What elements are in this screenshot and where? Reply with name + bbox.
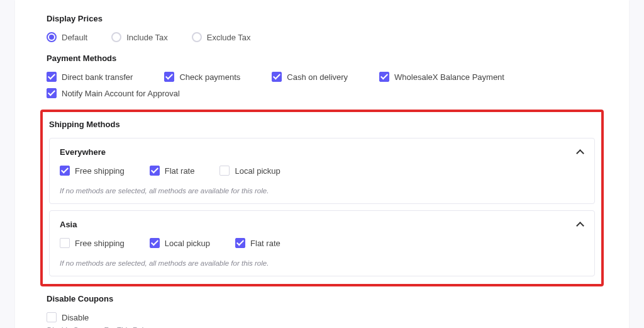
checkbox-icon bbox=[272, 72, 282, 82]
check-check-payments[interactable]: Check payments bbox=[164, 72, 240, 82]
zone-everywhere-methods: Free shipping Flat rate Local pickup bbox=[60, 166, 584, 176]
check-label: Disable bbox=[62, 313, 89, 322]
radio-icon bbox=[47, 32, 57, 42]
checkbox-icon bbox=[164, 72, 174, 82]
checkbox-icon bbox=[60, 238, 70, 248]
radio-icon bbox=[192, 32, 202, 42]
radio-label: Default bbox=[62, 33, 87, 42]
zone-name: Asia bbox=[60, 220, 77, 229]
check-label: Local pickup bbox=[235, 166, 280, 176]
check-label: Cash on delivery bbox=[287, 72, 348, 82]
chevron-up-icon bbox=[577, 221, 584, 229]
checkbox-icon bbox=[47, 88, 57, 98]
check-free-shipping[interactable]: Free shipping bbox=[60, 238, 125, 248]
shipping-methods-highlight: Shipping Methods Everywhere Free shippin… bbox=[40, 110, 604, 286]
check-cash-on-delivery[interactable]: Cash on delivery bbox=[272, 72, 348, 82]
radio-label: Exclude Tax bbox=[207, 33, 251, 42]
radio-default[interactable]: Default bbox=[47, 32, 87, 42]
chevron-up-icon bbox=[577, 149, 584, 156]
check-flat-rate[interactable]: Flat rate bbox=[150, 166, 195, 176]
checkbox-icon bbox=[150, 238, 160, 248]
display-prices-title: Display Prices bbox=[47, 14, 597, 23]
radio-icon bbox=[111, 32, 121, 42]
disable-coupons-title: Disable Coupons bbox=[47, 294, 597, 303]
checkbox-icon bbox=[47, 312, 57, 322]
zone-header-everywhere[interactable]: Everywhere bbox=[60, 147, 584, 157]
checkbox-icon bbox=[150, 166, 160, 176]
checkbox-icon bbox=[379, 72, 389, 82]
check-local-pickup[interactable]: Local pickup bbox=[219, 166, 280, 176]
payment-methods-title: Payment Methods bbox=[47, 54, 597, 63]
check-flat-rate[interactable]: Flat rate bbox=[235, 238, 280, 248]
check-wholesalex-balance[interactable]: WholesaleX Balance Payment bbox=[379, 72, 504, 82]
radio-exclude-tax[interactable]: Exclude Tax bbox=[192, 32, 251, 42]
check-label: Free shipping bbox=[75, 166, 125, 176]
display-prices-row: Default Include Tax Exclude Tax bbox=[47, 32, 597, 42]
settings-card: Display Prices Default Include Tax Exclu… bbox=[15, 0, 629, 328]
zone-note: If no methods are selected, all methods … bbox=[60, 187, 584, 195]
shipping-methods-title: Shipping Methods bbox=[49, 120, 595, 129]
check-label: Local pickup bbox=[165, 239, 210, 248]
checkbox-icon bbox=[47, 72, 57, 82]
check-label: Free shipping bbox=[75, 239, 125, 248]
check-label: Flat rate bbox=[165, 166, 195, 176]
zone-everywhere: Everywhere Free shipping Flat rate Local… bbox=[49, 138, 595, 204]
zone-note: If no methods are selected, all methods … bbox=[60, 259, 584, 267]
zone-header-asia[interactable]: Asia bbox=[60, 220, 584, 229]
check-disable-coupons[interactable]: Disable bbox=[47, 312, 89, 322]
radio-include-tax[interactable]: Include Tax bbox=[111, 32, 168, 42]
radio-label: Include Tax bbox=[126, 33, 168, 42]
check-label: Flat rate bbox=[250, 239, 280, 248]
checkbox-icon bbox=[235, 238, 245, 248]
zone-name: Everywhere bbox=[60, 147, 106, 157]
check-label: Notify Main Account for Approval bbox=[62, 89, 180, 98]
check-free-shipping[interactable]: Free shipping bbox=[60, 166, 125, 176]
payment-methods-row: Direct bank transfer Check payments Cash… bbox=[47, 72, 597, 98]
check-direct-bank[interactable]: Direct bank transfer bbox=[47, 72, 133, 82]
checkbox-icon bbox=[219, 166, 230, 176]
zone-asia: Asia Free shipping Local pickup Flat rat… bbox=[49, 210, 595, 276]
check-label: WholesaleX Balance Payment bbox=[394, 72, 504, 82]
checkbox-icon bbox=[60, 166, 70, 176]
check-label: Check payments bbox=[179, 72, 240, 82]
zone-asia-methods: Free shipping Local pickup Flat rate bbox=[60, 238, 584, 248]
check-label: Direct bank transfer bbox=[62, 72, 133, 82]
check-notify-main-account[interactable]: Notify Main Account for Approval bbox=[47, 88, 180, 98]
check-local-pickup[interactable]: Local pickup bbox=[150, 238, 210, 248]
